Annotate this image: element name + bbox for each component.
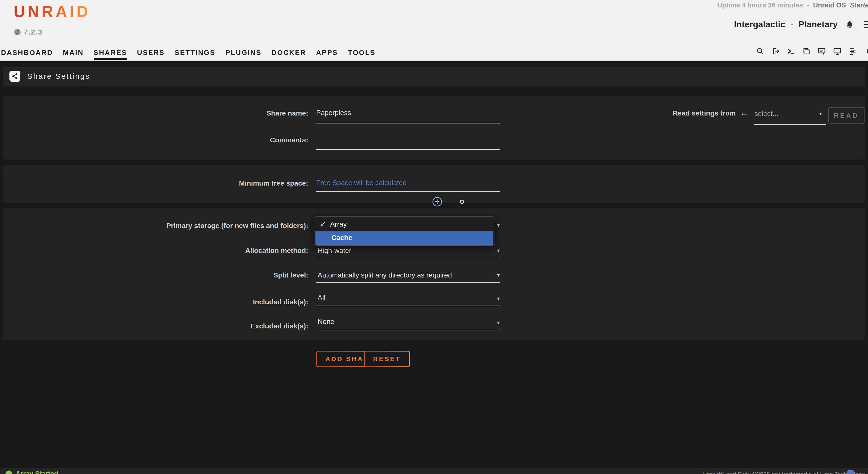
monitor-icon[interactable]: [833, 47, 842, 56]
profile-icon[interactable]: [864, 47, 868, 56]
copy-icon[interactable]: [802, 47, 811, 56]
min-free-space-label: Minimum free space:: [0, 179, 308, 187]
unraid-logo: UNRAID: [14, 2, 91, 21]
os-edition-label: Starter: [850, 1, 868, 9]
copyright-text: Unraid® and Swirl ©2025 are trademarks o…: [703, 471, 868, 474]
min-free-space-input[interactable]: [316, 176, 500, 189]
version-row: 7.2.3: [14, 28, 43, 36]
reset-button-border: RESET: [364, 351, 410, 367]
read-button[interactable]: READ: [828, 107, 865, 124]
nav-users[interactable]: USERS: [137, 49, 164, 58]
min-free-space-underline: [316, 191, 500, 192]
header-toolbar: [756, 47, 868, 56]
allocation-method-label: Allocation method:: [0, 247, 308, 255]
share-icon[interactable]: [9, 71, 20, 82]
footer: Array Started Unraid® and Swirl ©2025 ar…: [0, 468, 868, 474]
check-icon: ✓: [320, 221, 330, 228]
reset-button[interactable]: RESET: [365, 351, 409, 366]
chevron-down-icon: ▼: [496, 248, 501, 253]
server-description: Planetary: [798, 20, 838, 29]
nav-settings[interactable]: SETTINGS: [175, 49, 216, 58]
split-level-underline: [316, 282, 500, 283]
comments-input[interactable]: [316, 133, 500, 146]
nav-apps[interactable]: APPS: [316, 49, 338, 58]
split-level-label: Split level:: [0, 271, 308, 279]
chevron-down-icon: ▼: [496, 296, 501, 301]
share-name-input[interactable]: [316, 106, 500, 119]
included-disks-label: Included disk(s):: [0, 298, 308, 306]
search-icon[interactable]: [756, 47, 765, 56]
server-row: Intergalactic • Planetary: [734, 20, 868, 29]
read-settings-label: Read settings from: [636, 109, 736, 117]
option-label: Array: [330, 221, 347, 228]
nav-main[interactable]: MAIN: [63, 49, 84, 58]
primary-storage-dropdown: ✓ Array Cache: [314, 216, 495, 246]
comments-label: Comments:: [0, 136, 308, 144]
comments-underline: [316, 149, 500, 150]
log-icon[interactable]: [848, 47, 857, 56]
read-settings-underline: [754, 124, 826, 125]
share-name-label: Share name:: [0, 109, 308, 117]
chevron-down-icon: ▼: [496, 273, 501, 278]
separator-dot: •: [791, 21, 793, 28]
dropdown-option-cache[interactable]: Cache: [315, 231, 493, 245]
nav-shares[interactable]: SHARES: [94, 49, 127, 60]
excluded-disks-underline: [316, 330, 500, 330]
dropdown-option-array[interactable]: ✓ Array: [314, 218, 495, 230]
chevron-down-icon: ▼: [496, 223, 501, 228]
move-cursor-icon: ✛: [433, 197, 442, 206]
excluded-disks-label: Excluded disk(s):: [0, 322, 308, 330]
page-title-bar: Share Settings: [3, 67, 865, 86]
nav-plugins[interactable]: PLUGINS: [225, 49, 261, 58]
feedback-icon[interactable]: [817, 47, 826, 56]
status-dot-icon: [5, 471, 12, 474]
chevron-down-icon: ▼: [818, 111, 823, 116]
server-name: Intergalactic: [734, 20, 785, 29]
option-label: Cache: [331, 234, 352, 242]
arrow-left-icon: ←: [740, 107, 749, 118]
bell-icon[interactable]: [845, 20, 854, 29]
version-icon: [14, 29, 21, 35]
read-settings-select[interactable]: select...: [754, 110, 778, 118]
excluded-disks-select[interactable]: None: [318, 318, 334, 326]
os-name-label: Unraid OS: [813, 1, 846, 9]
array-status[interactable]: Array Started: [5, 470, 58, 474]
header: UNRAID 7.2.3 Uptime 4 hours 36 minutes •…: [0, 0, 868, 62]
nav-tools[interactable]: TOOLS: [348, 49, 376, 58]
uptime-label: Uptime 4 hours 36 minutes: [717, 1, 803, 9]
separator-dot: •: [807, 2, 809, 9]
version-label: 7.2.3: [24, 28, 43, 36]
menu-icon[interactable]: [864, 21, 868, 28]
allocation-method-select[interactable]: High-water: [318, 247, 351, 255]
terminal-icon[interactable]: [786, 47, 796, 56]
primary-storage-label: Primary storage (for new files and folde…: [0, 222, 308, 230]
main-nav: DASHBOARD MAIN SHARES USERS SETTINGS PLU…: [1, 49, 376, 60]
uptime-row: Uptime 4 hours 36 minutes • Unraid OS St…: [717, 1, 868, 9]
page-title: Share Settings: [27, 72, 90, 80]
included-disks-underline: [316, 306, 500, 306]
nav-dashboard[interactable]: DASHBOARD: [1, 49, 53, 58]
array-status-label: Array Started: [16, 470, 58, 474]
pointer-ring-icon: [460, 200, 464, 204]
split-level-select[interactable]: Automatically split any directory as req…: [318, 271, 452, 279]
share-name-underline: [316, 123, 500, 124]
included-disks-select[interactable]: All: [318, 294, 326, 302]
allocation-method-underline: [316, 258, 500, 258]
signout-icon[interactable]: [771, 47, 780, 56]
nav-docker[interactable]: DOCKER: [272, 49, 306, 58]
chevron-down-icon: ▼: [496, 320, 501, 326]
footer-brand-icon[interactable]: [847, 470, 854, 474]
